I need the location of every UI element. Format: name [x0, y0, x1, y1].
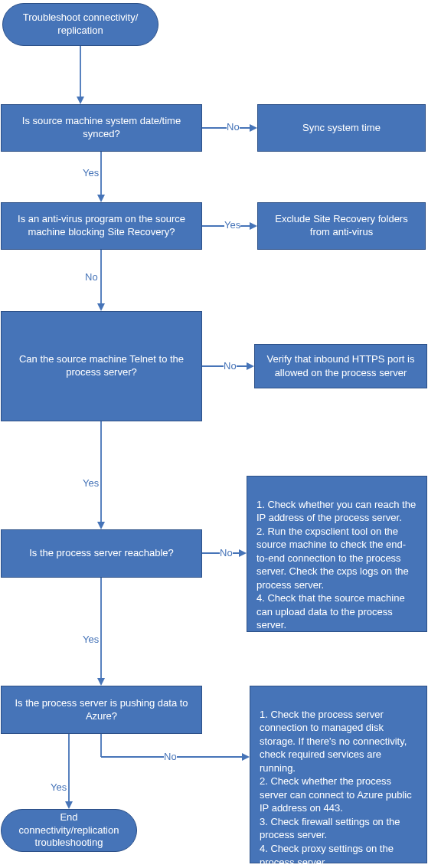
svg-marker-5: [97, 195, 105, 202]
q3-yes-label: Yes: [83, 477, 99, 489]
svg-marker-20: [242, 753, 250, 761]
q2-yes-label: Yes: [224, 219, 240, 231]
a2-label: Exclude Site Recovery folders from anti-…: [266, 213, 417, 239]
q1-label: Is source machine system date/time synce…: [9, 115, 194, 141]
action-a2: Exclude Site Recovery folders from anti-…: [257, 202, 426, 250]
svg-marker-1: [77, 97, 84, 104]
decision-q4: Is the process server reachable?: [1, 529, 202, 578]
start-terminator: Troubleshoot connectivity/ replication: [2, 3, 158, 46]
q3-label: Can the source machine Telnet to the pro…: [9, 353, 194, 379]
decision-q3: Can the source machine Telnet to the pro…: [1, 311, 202, 421]
start-label: Troubleshoot connectivity/ replication: [15, 11, 145, 38]
q2-label: Is an anti-virus program on the source m…: [9, 213, 194, 239]
a5-label: 1. Check the process server connection t…: [260, 709, 412, 868]
q4-yes-label: Yes: [83, 634, 99, 645]
end-label: End connectivity/replication troubleshoo…: [14, 811, 124, 850]
svg-marker-15: [239, 549, 247, 557]
a3-label: Verify that inbound HTTPS port is allowe…: [264, 352, 417, 379]
a4-label: 1. Check whether you can reach the IP ad…: [256, 499, 416, 631]
svg-marker-22: [65, 801, 73, 809]
decision-q5: Is the process server is pushing data to…: [1, 686, 202, 734]
action-a5: 1. Check the process server connection t…: [250, 686, 427, 863]
q2-no-label: No: [85, 271, 98, 283]
svg-marker-13: [97, 522, 105, 529]
svg-marker-17: [97, 678, 105, 686]
action-a1: Sync system time: [257, 104, 426, 152]
q3-no-label: No: [224, 360, 237, 372]
action-a4: 1. Check whether you can reach the IP ad…: [247, 476, 427, 632]
q5-no-label: No: [164, 751, 177, 762]
action-a3: Verify that inbound HTTPS port is allowe…: [254, 344, 427, 388]
decision-q1: Is source machine system date/time synce…: [1, 104, 202, 152]
a1-label: Sync system time: [302, 122, 381, 135]
decision-q2: Is an anti-virus program on the source m…: [1, 202, 202, 250]
q1-no-label: No: [227, 121, 240, 133]
svg-marker-7: [250, 222, 257, 230]
q5-label: Is the process server is pushing data to…: [9, 697, 194, 723]
q4-label: Is the process server reachable?: [29, 547, 174, 560]
svg-marker-9: [97, 303, 105, 311]
q4-no-label: No: [220, 547, 233, 558]
svg-marker-3: [250, 124, 257, 132]
q1-yes-label: Yes: [83, 167, 99, 179]
q5-yes-label: Yes: [51, 781, 67, 793]
end-terminator: End connectivity/replication troubleshoo…: [1, 809, 137, 852]
svg-marker-11: [247, 362, 254, 370]
